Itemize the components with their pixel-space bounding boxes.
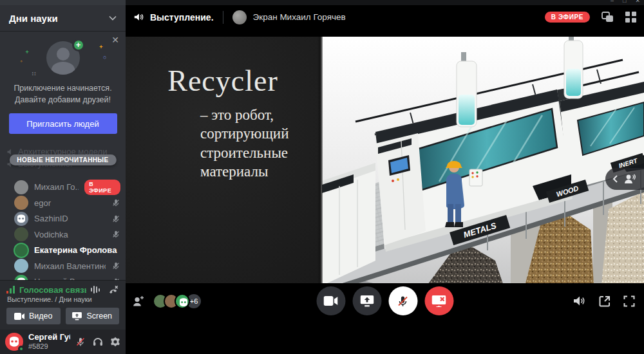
server-header[interactable]: Дни науки bbox=[0, 5, 126, 31]
invite-illustration: + ◦ + ○ ∷ + bbox=[43, 40, 84, 77]
discord-logo-icon bbox=[176, 295, 191, 310]
mic-muted-icon bbox=[111, 277, 120, 281]
disconnect-call-icon[interactable] bbox=[108, 284, 119, 295]
picture-in-picture-icon[interactable] bbox=[601, 12, 614, 23]
connection-signal-icon bbox=[6, 286, 15, 293]
avatar bbox=[14, 275, 28, 281]
member-name: Vodichka bbox=[34, 230, 106, 239]
invite-to-call-icon[interactable] bbox=[132, 295, 145, 307]
online-status-dot bbox=[18, 346, 24, 352]
titlebar-left bbox=[0, 0, 126, 5]
member-list-toggle[interactable] bbox=[605, 168, 644, 190]
new-unreads-banner[interactable]: НОВЫЕ НЕПРОЧИТАННЫЕ bbox=[9, 154, 116, 165]
chevron-down-icon bbox=[109, 15, 117, 21]
voice-location-text: Выступление. / Дни науки bbox=[7, 295, 119, 303]
members-icon bbox=[623, 173, 636, 185]
voice-connection-panel: Голосовая связь подк Выступление. / Дни … bbox=[0, 280, 126, 330]
invite-people-button[interactable]: Пригласить людей bbox=[9, 113, 117, 134]
window-close-button[interactable]: ✕ bbox=[635, 0, 640, 4]
camera-icon bbox=[324, 296, 338, 306]
member-row[interactable]: Екатерина Фролова bbox=[14, 242, 120, 258]
avatar bbox=[14, 180, 28, 194]
add-friend-plus-icon: + bbox=[72, 39, 85, 51]
user-panel: Сергей Губ... #5829 bbox=[0, 330, 126, 354]
stream-channel-name: Выступление. bbox=[150, 12, 214, 23]
screen-button-label: Screen bbox=[86, 312, 112, 321]
camera-toggle-button[interactable] bbox=[316, 286, 345, 315]
invite-text-line1: Приключение начинается. bbox=[6, 82, 119, 94]
slide-text-panel: Recycler – это робот, сортирующий строит… bbox=[126, 37, 320, 319]
fullscreen-icon[interactable] bbox=[623, 295, 635, 307]
mic-muted-icon bbox=[111, 198, 120, 207]
stream-controls-bar: +6 bbox=[126, 283, 644, 319]
screen-close-icon bbox=[432, 295, 446, 307]
avatar bbox=[14, 259, 28, 273]
avatar bbox=[14, 227, 28, 241]
gear-icon[interactable] bbox=[110, 337, 120, 347]
discord-logo-icon bbox=[14, 212, 28, 226]
chevron-left-icon bbox=[612, 175, 618, 183]
stream-header: Выступление. Экран Михаил Горячев В ЭФИР… bbox=[126, 5, 644, 29]
mic-mute-button[interactable] bbox=[388, 286, 417, 315]
stream-video-region[interactable]: Recycler – это робот, сортирующий строит… bbox=[126, 29, 644, 319]
sparkle-icon: + bbox=[26, 49, 29, 55]
mic-muted-icon bbox=[111, 261, 120, 270]
voice-member-list: Михаил Го... В ЭФИРЕ egor SazhinID Vodic… bbox=[0, 178, 126, 280]
screen-share-button[interactable]: Screen bbox=[66, 308, 120, 324]
member-row[interactable]: egor bbox=[14, 195, 120, 211]
stop-streaming-button[interactable] bbox=[424, 286, 453, 315]
mic-muted-icon bbox=[111, 214, 120, 223]
close-icon[interactable]: ✕ bbox=[111, 35, 119, 45]
slide-title: Recycler bbox=[126, 64, 320, 98]
sidebar: Дни науки ✕ + ◦ + ○ ∷ + Приключение начи… bbox=[0, 5, 126, 354]
username: Сергей Губ... bbox=[28, 333, 70, 342]
factory-illustration: METALS WOOD INERT bbox=[320, 37, 644, 319]
volume-icon[interactable] bbox=[573, 295, 586, 306]
discord-logo-icon bbox=[14, 275, 28, 281]
window-maximize-button[interactable]: □ bbox=[623, 0, 626, 4]
mic-muted-icon bbox=[397, 295, 410, 308]
noise-suppression-icon[interactable] bbox=[90, 284, 100, 295]
member-row[interactable]: Михаил Го... В ЭФИРЕ bbox=[14, 179, 120, 195]
camera-icon bbox=[14, 313, 24, 320]
sparkle-icon: ◦ bbox=[21, 58, 23, 64]
stream-area: Выступление. Экран Михаил Горячев В ЭФИР… bbox=[126, 5, 644, 354]
member-row[interactable]: Михаил Валентино... bbox=[14, 258, 120, 274]
speaker-icon bbox=[133, 12, 144, 22]
slide-image-seam bbox=[317, 37, 323, 319]
invite-friends-card: ✕ + ◦ + ○ ∷ + Приключение начинается. Да… bbox=[0, 31, 126, 143]
grid-view-icon[interactable] bbox=[625, 12, 636, 23]
user-avatar[interactable] bbox=[5, 333, 23, 351]
participant-avatar-stack[interactable]: +6 bbox=[153, 293, 202, 310]
video-button[interactable]: Видео bbox=[6, 308, 61, 324]
shared-screen: Recycler – это робот, сортирующий строит… bbox=[126, 37, 644, 319]
sparkle-icon: + bbox=[99, 44, 102, 50]
popout-icon[interactable] bbox=[599, 295, 611, 307]
member-row[interactable]: SazhinID bbox=[14, 210, 120, 227]
voice-status-text: Голосовая связь подк bbox=[19, 285, 86, 295]
divider bbox=[223, 11, 223, 24]
video-button-label: Видео bbox=[29, 312, 53, 321]
avatar bbox=[14, 196, 28, 210]
window-minimize-button[interactable]: – bbox=[611, 0, 614, 4]
channel-list: Архитектурное модели Выступление. НОВЫЕ … bbox=[0, 145, 126, 178]
mic-muted-icon[interactable] bbox=[75, 337, 86, 347]
member-name: Михаил Валентино... bbox=[34, 261, 106, 271]
screen-share-icon bbox=[72, 312, 82, 321]
headphones-icon[interactable] bbox=[93, 337, 103, 347]
avatar-speaking bbox=[15, 244, 28, 257]
user-discriminator: #5829 bbox=[28, 342, 70, 351]
member-row[interactable]: Vodichka bbox=[14, 227, 120, 243]
avatar bbox=[175, 293, 190, 309]
member-row[interactable]: Николай Ваганов bbox=[14, 274, 120, 280]
avatar bbox=[14, 212, 28, 226]
window-titlebar: – □ ✕ bbox=[0, 0, 644, 5]
live-badge: В ЭФИРЕ bbox=[545, 12, 590, 23]
slide-body-text: – это робот, сортирующий строительные ма… bbox=[200, 106, 316, 182]
member-name: Екатерина Фролова bbox=[34, 245, 120, 255]
member-name: Михаил Го... bbox=[34, 182, 79, 192]
sparkle-icon: ○ bbox=[103, 54, 106, 61]
member-name: egor bbox=[34, 198, 106, 208]
live-badge: В ЭФИРЕ bbox=[84, 180, 120, 195]
screen-share-toggle-button[interactable] bbox=[352, 286, 381, 315]
